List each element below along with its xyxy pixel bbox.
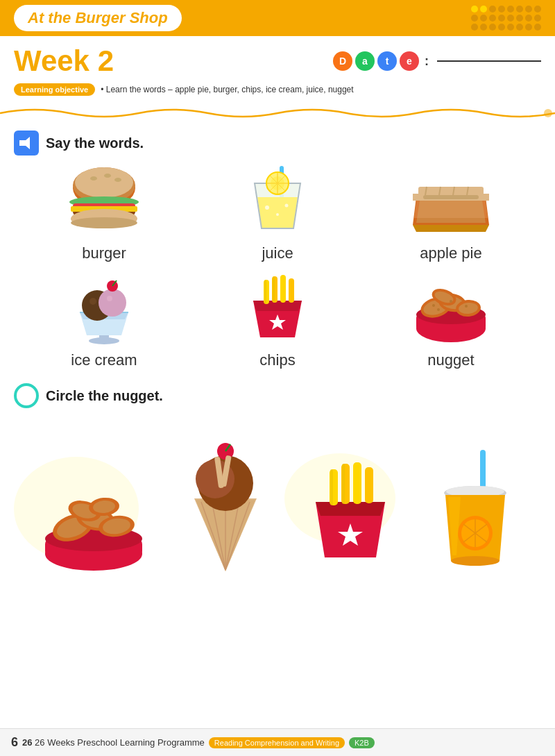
svg-point-26 xyxy=(265,205,269,210)
svg-point-27 xyxy=(276,213,279,216)
svg-point-120 xyxy=(451,556,500,566)
svg-rect-57 xyxy=(289,278,294,303)
svg-point-6 xyxy=(90,176,97,180)
svg-marker-18 xyxy=(257,197,298,228)
date-area: D a t e : xyxy=(333,51,541,71)
bottom-ice-cream xyxy=(180,436,271,578)
bottom-juice xyxy=(430,443,520,578)
food-grid: burger xyxy=(0,156,555,376)
week-row: Week 2 D a t e : xyxy=(14,44,541,78)
footer-badge-level: K2B xyxy=(349,737,375,748)
footer-badge-reading: Reading Comprehension and Writing xyxy=(209,737,345,748)
svg-point-8 xyxy=(114,178,121,182)
food-label-burger: burger xyxy=(82,244,126,262)
learning-badge: Learning objective xyxy=(14,83,95,96)
wavy-divider xyxy=(0,103,555,124)
bottom-chips xyxy=(298,457,402,578)
say-words-section: Say the words. xyxy=(0,124,555,156)
chips-illustration xyxy=(232,269,323,346)
page-footer: 6 26 26 Weeks Preschool Learning Program… xyxy=(0,728,555,756)
say-words-text: Say the words. xyxy=(46,135,144,151)
food-label-juice: juice xyxy=(262,244,293,262)
food-item-apple-pie: apple pie xyxy=(368,162,534,262)
svg-rect-109 xyxy=(342,464,345,504)
burger-illustration xyxy=(59,162,149,239)
svg-rect-2 xyxy=(19,140,22,146)
circle-instruction: Circle the nugget. xyxy=(14,383,541,408)
svg-rect-107 xyxy=(365,467,373,503)
circle-icon xyxy=(14,383,39,408)
svg-marker-52 xyxy=(253,301,302,311)
apple-pie-illustration xyxy=(406,162,496,239)
svg-marker-102 xyxy=(316,502,385,516)
svg-rect-58 xyxy=(264,280,266,304)
food-item-juice: juice xyxy=(194,162,361,262)
page-number: 6 xyxy=(11,735,18,750)
learning-bar: Learning objective • Learn the words – a… xyxy=(14,83,541,96)
circle-section: Circle the nugget. xyxy=(0,376,555,578)
svg-point-14 xyxy=(71,217,137,228)
svg-point-50 xyxy=(107,296,112,301)
svg-point-28 xyxy=(285,204,289,208)
svg-point-73 xyxy=(450,300,452,303)
bottom-nugget xyxy=(35,464,153,578)
food-item-nugget: nugget xyxy=(368,269,534,369)
svg-point-49 xyxy=(89,298,96,305)
week-section: Week 2 D a t e : Learning objective • Le… xyxy=(0,36,555,96)
svg-rect-35 xyxy=(418,187,484,195)
svg-point-71 xyxy=(432,304,435,307)
header-title-box: At the Burger Shop xyxy=(14,5,182,31)
date-d: D xyxy=(333,51,352,71)
svg-marker-1 xyxy=(22,137,30,149)
food-label-nugget: nugget xyxy=(427,351,474,369)
header-title: At the Burger Shop xyxy=(28,9,168,26)
svg-marker-29 xyxy=(413,225,489,232)
svg-rect-33 xyxy=(423,195,479,199)
svg-point-5 xyxy=(75,167,133,198)
svg-marker-34 xyxy=(414,201,488,218)
svg-point-44 xyxy=(89,337,119,344)
header-dots xyxy=(471,6,541,31)
nugget-illustration xyxy=(406,269,496,346)
food-label-apple-pie: apple pie xyxy=(420,244,481,262)
svg-rect-59 xyxy=(273,276,275,303)
date-line[interactable] xyxy=(437,60,541,62)
svg-point-7 xyxy=(104,174,111,178)
svg-point-46 xyxy=(99,289,126,317)
food-item-burger: burger xyxy=(21,162,187,262)
footer-programme-text: 26 26 Weeks Preschool Learning Programme xyxy=(22,737,205,748)
food-label-chips: chips xyxy=(259,351,295,369)
svg-point-0 xyxy=(544,109,552,117)
page-header: At the Burger Shop xyxy=(0,0,555,36)
ice-cream-illustration xyxy=(59,269,149,346)
circle-instruction-text: Circle the nugget. xyxy=(46,388,163,404)
bottom-food-row xyxy=(14,415,541,578)
speaker-icon xyxy=(14,131,39,156)
food-label-ice-cream: ice cream xyxy=(71,351,137,369)
date-colon: : xyxy=(425,54,429,69)
svg-rect-56 xyxy=(280,275,286,303)
date-t: t xyxy=(377,51,397,71)
svg-rect-108 xyxy=(330,469,333,505)
food-item-ice-cream: ice cream xyxy=(21,269,187,369)
learning-text: • Learn the words – apple pie, burger, c… xyxy=(101,85,353,94)
svg-rect-106 xyxy=(353,462,361,504)
week-title: Week 2 xyxy=(14,44,114,78)
food-item-chips: chips xyxy=(194,269,361,369)
date-e: e xyxy=(400,51,419,71)
svg-point-72 xyxy=(437,308,440,311)
svg-point-74 xyxy=(465,305,468,308)
date-a: a xyxy=(355,51,375,71)
juice-illustration xyxy=(232,162,323,239)
